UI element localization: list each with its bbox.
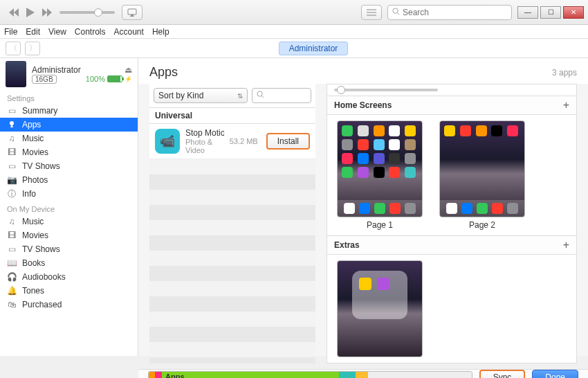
- done-button[interactable]: Done: [532, 370, 578, 378]
- photos-icon: 📷: [7, 175, 17, 185]
- sidebar-item-label: Purchased: [22, 300, 62, 309]
- page-label: Page 2: [469, 220, 495, 230]
- app-row[interactable]: 📹 Stop Motio... Photo & Video 53.2 MB In…: [149, 124, 315, 159]
- sidebar-item-music[interactable]: ♫Music: [0, 132, 138, 145]
- next-track-button[interactable]: [40, 6, 54, 19]
- sort-label: Sort by Kind: [158, 91, 203, 100]
- sidebar-item-label: Info: [22, 189, 36, 199]
- device-tab[interactable]: Administrator: [279, 42, 349, 55]
- apps-search-input[interactable]: [264, 91, 306, 100]
- sidebar-item-info[interactable]: ⓘInfo: [0, 187, 138, 201]
- eject-icon[interactable]: ⏏: [125, 65, 132, 75]
- menu-file[interactable]: File: [4, 27, 17, 37]
- search-icon: [257, 91, 264, 100]
- menu-edit[interactable]: Edit: [26, 27, 40, 37]
- install-button[interactable]: Install: [266, 133, 310, 150]
- list-view-button[interactable]: [361, 5, 382, 20]
- menu-view[interactable]: View: [48, 27, 66, 37]
- play-button[interactable]: [24, 6, 37, 19]
- sidebar: Administrator ⏏ 16GB 100% ⚡ Settings ▭Su…: [0, 58, 138, 356]
- search-input[interactable]: [403, 8, 507, 17]
- close-button[interactable]: ✕: [563, 6, 584, 19]
- title-bar: — ☐ ✕: [0, 0, 588, 25]
- sidebar-item-label: Tones: [22, 286, 44, 296]
- purchased-icon: 🛍: [7, 300, 17, 309]
- sidebar-item-tvshows-device[interactable]: ▭TV Shows: [0, 242, 138, 256]
- section-label: Extras: [334, 240, 360, 250]
- sidebar-item-tvshows[interactable]: ▭TV Shows: [0, 159, 138, 173]
- svg-point-4: [393, 8, 398, 12]
- home-screens-heading: Home Screens +: [327, 96, 576, 115]
- bottom-bar: Apps Sync Done: [138, 369, 588, 378]
- sidebar-item-books[interactable]: 📖Books: [0, 256, 138, 270]
- movies-icon: 🎞: [7, 231, 17, 240]
- sidebar-item-movies-device[interactable]: 🎞Movies: [0, 228, 138, 242]
- sidebar-item-label: Photos: [22, 175, 48, 185]
- sidebar-item-purchased[interactable]: 🛍Purchased: [0, 298, 138, 312]
- menu-controls[interactable]: Controls: [75, 27, 106, 37]
- main-area: Administrator ⏏ 16GB 100% ⚡ Settings ▭Su…: [0, 58, 588, 356]
- apps-list-panel: Sort by Kind ⇅ Universal 📹 Stop Motio...…: [149, 84, 315, 363]
- home-screen-page-1[interactable]: Page 1: [337, 120, 423, 230]
- sidebar-item-label: Music: [22, 134, 44, 143]
- apps-title: Apps: [149, 65, 178, 80]
- sidebar-item-label: Books: [22, 258, 45, 268]
- prev-track-button[interactable]: [7, 6, 21, 19]
- menu-account[interactable]: Account: [114, 27, 144, 37]
- section-label: Home Screens: [334, 100, 392, 110]
- sidebar-item-summary[interactable]: ▭Summary: [0, 104, 138, 118]
- svg-point-7: [257, 91, 262, 96]
- extras-heading: Extras +: [327, 235, 576, 255]
- search-icon: [392, 8, 400, 17]
- sidebar-item-label: Movies: [22, 147, 48, 157]
- info-icon: ⓘ: [7, 189, 17, 199]
- maximize-button[interactable]: ☐: [540, 6, 561, 19]
- sidebar-item-label: TV Shows: [22, 244, 60, 254]
- sidebar-item-photos[interactable]: 📷Photos: [0, 173, 138, 187]
- device-header: Administrator ⏏ 16GB 100% ⚡: [0, 58, 138, 90]
- search-box[interactable]: [387, 5, 512, 20]
- minimize-button[interactable]: —: [517, 6, 538, 19]
- menu-help[interactable]: Help: [152, 27, 169, 37]
- window-controls: — ☐ ✕: [517, 6, 584, 19]
- ipad-icon: ▭: [7, 106, 17, 116]
- sidebar-item-label: Apps: [22, 120, 41, 129]
- nav-back-button[interactable]: 〈: [6, 42, 21, 55]
- sort-dropdown[interactable]: Sort by Kind ⇅: [154, 88, 248, 103]
- apps-search-box[interactable]: [252, 88, 311, 103]
- menu-bar: File Edit View Controls Account Help: [0, 25, 588, 39]
- battery-indicator: 100% ⚡: [86, 75, 132, 83]
- airplay-button[interactable]: [122, 5, 143, 20]
- nav-forward-button[interactable]: 〉: [25, 42, 40, 55]
- apps-header: Apps 3 apps: [138, 58, 588, 84]
- home-screens-panel: Home Screens +: [327, 84, 577, 363]
- sidebar-item-label: TV Shows: [22, 161, 60, 171]
- page-label: Page 1: [367, 220, 393, 230]
- app-size: 53.2 MB: [230, 137, 258, 145]
- home-screen-page-2[interactable]: Page 2: [439, 120, 525, 230]
- sidebar-item-apps[interactable]: Apps: [0, 118, 138, 132]
- sidebar-item-label: Music: [22, 217, 44, 226]
- sidebar-heading-settings: Settings: [0, 90, 138, 104]
- zoom-slider[interactable]: [327, 84, 576, 96]
- device-name: Administrator: [32, 65, 81, 75]
- extras-folder[interactable]: [337, 260, 423, 357]
- storage-label: Apps: [165, 372, 185, 378]
- sidebar-item-movies[interactable]: 🎞Movies: [0, 145, 138, 159]
- sidebar-heading-ondevice: On My Device: [0, 201, 138, 215]
- sidebar-item-music-device[interactable]: ♫Music: [0, 215, 138, 228]
- apps-list-empty: [149, 159, 315, 363]
- add-page-button[interactable]: +: [563, 99, 569, 111]
- add-extras-button[interactable]: +: [563, 239, 569, 251]
- volume-slider[interactable]: [59, 11, 115, 14]
- apps-count: 3 apps: [552, 68, 577, 78]
- chevron-updown-icon: ⇅: [237, 92, 243, 100]
- books-icon: 📖: [7, 258, 17, 268]
- sidebar-item-audiobooks[interactable]: 🎧Audiobooks: [0, 270, 138, 284]
- tv-icon: ▭: [7, 161, 17, 171]
- music-icon: ♫: [7, 217, 17, 226]
- tv-icon: ▭: [7, 244, 17, 254]
- sidebar-item-tones[interactable]: 🔔Tones: [0, 284, 138, 298]
- sync-button[interactable]: Sync: [479, 370, 526, 378]
- sidebar-item-label: Movies: [22, 231, 48, 240]
